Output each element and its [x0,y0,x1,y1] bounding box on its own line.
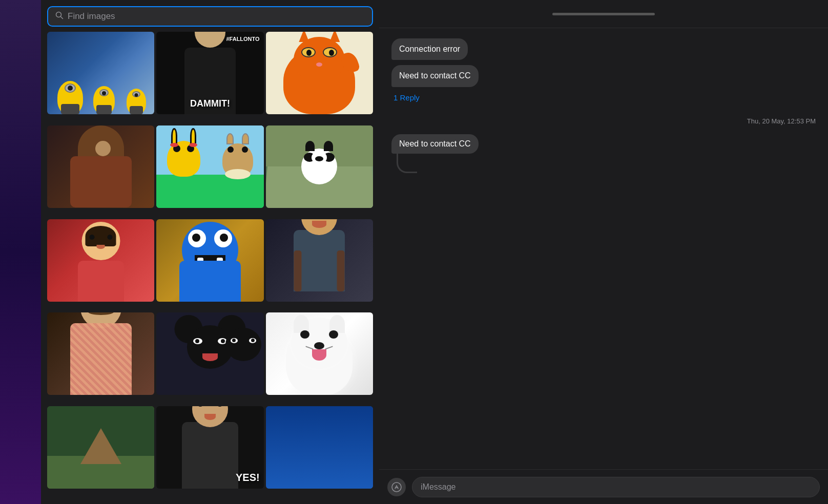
gif-yes-label: YES! [236,472,260,484]
gif-item-man-chair[interactable] [266,219,373,302]
gif-grid: #FALLONTO DAMMIT! [47,32,373,498]
thread-message-container: Need to contact CC [391,134,479,173]
app-store-button[interactable] [387,478,406,496]
search-icon [55,11,64,22]
chat-top-bar [379,0,828,28]
gif-item-garfield[interactable] [266,32,373,114]
gif-item-cookie-monster[interactable] [156,219,263,302]
svg-line-1 [61,17,63,19]
gif-item-camping[interactable] [47,406,154,489]
chat-area: Connection error Need to contact CC 1 Re… [379,0,828,504]
message-timestamp: Thu, 20 May, 12:53 PM [747,117,816,125]
gif-item-panda[interactable] [266,125,373,208]
thread-quoted-bubble: Need to contact CC [391,134,479,154]
reply-link[interactable]: 1 Reply [394,93,420,102]
gif-search-bar [47,6,373,27]
gif-item-mickey[interactable] [156,312,263,395]
chat-input-bar: iMessage [379,469,828,504]
chat-messages: Connection error Need to contact CC 1 Re… [379,28,828,469]
gif-item-mustache-man[interactable] [47,312,154,395]
scroll-indicator [552,13,655,15]
gif-item-blue[interactable] [266,406,373,489]
thread-tail [397,153,417,173]
gif-fallon-overlay: DAMMIT! [190,98,230,109]
imessage-input[interactable]: iMessage [412,477,820,497]
gif-item-yes[interactable]: YES! [156,406,263,489]
gif-search-input[interactable] [68,11,365,22]
gif-item-boo[interactable] [47,219,154,302]
gif-fallon-tag: #FALLONTO [226,36,259,42]
gif-item-demi[interactable] [47,125,154,208]
gif-item-dog[interactable] [266,312,373,395]
sidebar-strip [0,0,41,504]
gif-item-fallon[interactable]: #FALLONTO DAMMIT! [156,32,263,114]
message-connection-error: Connection error [391,38,468,60]
gif-picker-panel: #FALLONTO DAMMIT! [41,0,379,504]
svg-point-2 [392,482,401,492]
message-need-contact: Need to contact CC [391,65,479,87]
gif-item-pikachu[interactable] [156,125,263,208]
gif-item-minions[interactable] [47,32,154,114]
